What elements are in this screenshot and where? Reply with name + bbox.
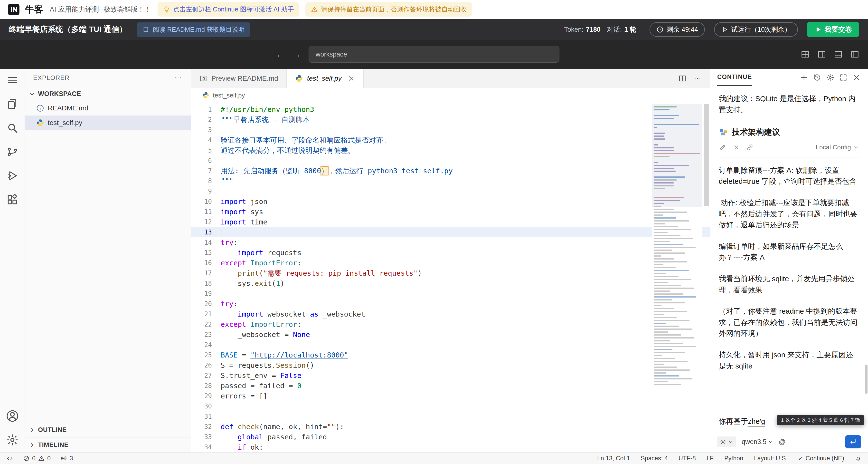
keyboard-layout[interactable]: Layout: U.S. <box>754 455 787 462</box>
minimap[interactable] <box>652 104 703 452</box>
code-line-26: 26S = requests.Session() <box>191 360 710 370</box>
line-number: 11 <box>191 207 221 217</box>
search-icon[interactable] <box>5 119 20 137</box>
submit-button[interactable]: 我要交卷 <box>807 22 859 37</box>
toggle-panel-icon[interactable] <box>833 50 843 59</box>
line-number: 25 <box>191 350 221 360</box>
forward-button[interactable]: → <box>292 49 301 60</box>
code-line-1: 1#!/usr/bin/env python3 <box>191 104 710 115</box>
play-icon <box>721 26 728 33</box>
line-number: 27 <box>191 370 221 381</box>
code-line-21: 21 import websocket as _websocket <box>191 309 710 319</box>
link-icon[interactable] <box>746 144 754 151</box>
user-notes: 订单删除留痕---方案 A: 软删除，设置 deleted=true 字段，查询… <box>719 165 859 382</box>
line-number: 6 <box>191 155 221 166</box>
minimap-slider[interactable] <box>652 104 703 207</box>
remote-indicator[interactable] <box>6 455 13 462</box>
readme-icon <box>36 104 44 112</box>
file-item-README.md[interactable]: README.md <box>25 101 191 116</box>
layout-grid-icon[interactable] <box>800 50 810 59</box>
tab-Preview README.md[interactable]: Preview README.md <box>191 69 287 88</box>
debug-icon[interactable] <box>5 167 20 184</box>
cursor-position[interactable]: Ln 13, Col 1 <box>597 455 630 462</box>
back-button[interactable]: ← <box>276 49 285 60</box>
menu-icon[interactable] <box>5 71 20 89</box>
code-line-23: 23 _websocket = None <box>191 329 710 340</box>
book-icon <box>143 26 149 33</box>
code-line-13: 13 <box>191 227 710 237</box>
source-control-icon[interactable] <box>5 143 20 161</box>
problems-indicator[interactable]: 0 0 <box>23 455 51 462</box>
model-selector[interactable]: qwen3.5 <box>742 438 773 446</box>
eol[interactable]: LF <box>707 455 714 462</box>
workspace-search[interactable]: workspace <box>309 46 559 63</box>
line-number: 33 <box>191 432 221 442</box>
code-line-33: 33 global passed, failed <box>191 432 710 442</box>
nowcoder-logo-icon <box>7 3 20 16</box>
trial-run-button[interactable]: 试运行（10次剩余） <box>714 22 798 37</box>
encoding[interactable]: UTF-8 <box>679 455 696 462</box>
files-icon[interactable] <box>5 95 20 113</box>
more-actions-icon[interactable] <box>174 74 182 82</box>
continue-status[interactable]: ✓Continue (NE) <box>798 455 844 462</box>
plus-icon[interactable] <box>800 74 808 82</box>
breadcrumb-file: test_self.py <box>213 92 245 99</box>
extensions-icon[interactable] <box>5 191 20 208</box>
tab-test_self.py[interactable]: test_self.py <box>287 69 364 88</box>
line-number: 24 <box>191 340 221 350</box>
send-button[interactable] <box>845 435 861 448</box>
tab-label: Preview README.md <box>211 75 278 82</box>
indentation[interactable]: Spaces: 4 <box>641 455 668 462</box>
ports-indicator[interactable]: 3 <box>60 455 73 462</box>
editor-scrollbar[interactable] <box>703 103 710 452</box>
contest-title: 终端早餐店系统（多端 TUI 通信） <box>9 24 127 35</box>
code-editor[interactable]: 1#!/usr/bin/env python32"""早餐店系统 — 自测脚本3… <box>191 103 710 452</box>
code-line-6: 6 <box>191 155 710 166</box>
workspace-label: WORKSPACE <box>38 90 81 98</box>
mode-selector[interactable] <box>717 436 736 447</box>
tabs: Preview README.mdtest_self.py <box>191 69 364 88</box>
code-line-8: 8""" <box>191 176 710 186</box>
toggle-primary-sidebar-icon[interactable] <box>850 50 860 59</box>
toggle-secondary-sidebar-icon[interactable] <box>817 50 827 59</box>
code-line-7: 7用法: 先启动服务（监听 8000），然后运行 python3 test_se… <box>191 166 710 176</box>
maximize-icon[interactable] <box>839 74 847 82</box>
code-line-34: 34 if ok: <box>191 442 710 452</box>
chat-input-text: 你再基于 <box>719 417 748 425</box>
ai-hint-badge: 点击左侧边栏 Continue 图标可激活 AI 助手 <box>158 2 299 17</box>
editor-more-actions-icon[interactable] <box>693 74 702 83</box>
language-mode[interactable]: Python <box>724 455 743 462</box>
history-icon[interactable] <box>813 74 821 82</box>
send-icon <box>849 438 857 446</box>
line-number: 7 <box>191 166 221 176</box>
split-editor-icon[interactable] <box>678 74 687 83</box>
file-item-test_self.py[interactable]: test_self.py <box>25 116 191 130</box>
file-name: test_self.py <box>48 119 82 127</box>
account-icon[interactable] <box>5 407 20 425</box>
close-icon[interactable] <box>347 75 355 82</box>
config-selector[interactable]: Local Config <box>816 143 859 152</box>
stay-on-page-text: 请保持停留在当前页面，否则作答环境将被自动回收 <box>321 5 467 13</box>
trial-run-label: 试运行（10次剩余） <box>731 25 791 34</box>
outline-section[interactable]: OUTLINE <box>25 422 191 437</box>
line-number: 30 <box>191 401 221 411</box>
breadcrumb[interactable]: test_self.py <box>191 88 710 103</box>
ai-hint-text: 点击左侧边栏 Continue 图标可激活 AI 助手 <box>173 5 294 13</box>
continue-header-icons <box>800 74 861 82</box>
panel-scrollbar[interactable] <box>865 365 868 394</box>
close-icon[interactable] <box>852 74 861 82</box>
timeline-section[interactable]: TIMELINE <box>25 437 191 452</box>
workspace-root-folder[interactable]: WORKSPACE <box>25 87 191 101</box>
line-number: 23 <box>191 329 221 340</box>
clock-icon <box>656 26 664 33</box>
readme-badge[interactable]: 阅读 README.md 获取题目说明 <box>136 22 250 37</box>
code-line-2: 2"""早餐店系统 — 自测脚本 <box>191 115 710 125</box>
scrollbar-thumb[interactable] <box>704 104 709 206</box>
continue-tab[interactable]: CONTINUE <box>717 69 752 86</box>
edit-icon[interactable] <box>719 144 726 151</box>
notifications-bell[interactable] <box>855 455 862 462</box>
settings-icon[interactable] <box>5 431 20 448</box>
delete-icon[interactable] <box>732 144 740 151</box>
gear-icon[interactable] <box>826 74 834 82</box>
mention-button[interactable]: @ <box>779 438 785 446</box>
